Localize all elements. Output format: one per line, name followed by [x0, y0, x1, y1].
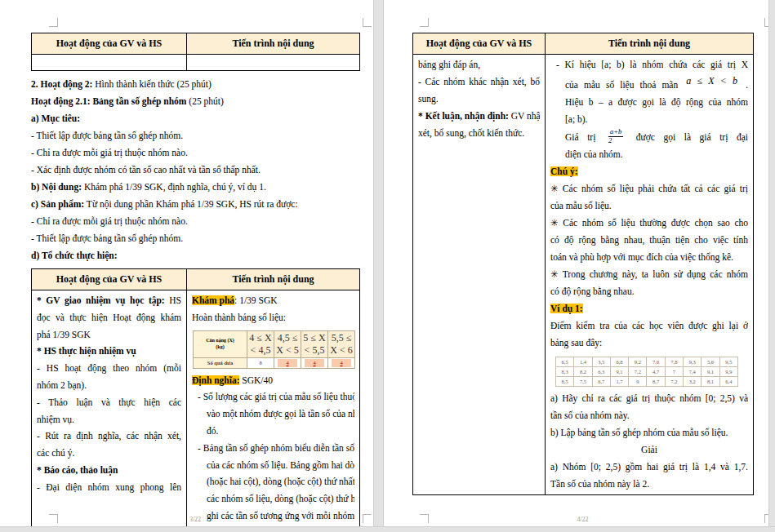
text-segment: - Số lượng các giá trị của mẫu số liệu t… [198, 392, 354, 401]
text-line: - Các nhóm khác nhận xét, bổ [418, 73, 540, 91]
text-segment: a) Nhóm [0; 2,5) gồm hai giá trị là 1,4 … [550, 462, 748, 472]
text-line: - Thiết lập được bảng tần số ghép nhóm. [31, 230, 359, 247]
text-segment: Hình thành kiến thức (25 phút) [92, 79, 212, 89]
score-cell: 7,6 [647, 357, 665, 366]
freq-header-line1: Cân nặng (X) [194, 338, 247, 344]
text-line: nhiệm vụ. [37, 411, 181, 428]
score-cell: 8,5 [556, 376, 574, 386]
score-cell: 7,2 [629, 366, 647, 376]
empty-cell [32, 55, 187, 71]
score-cell: 9,2 [629, 357, 647, 366]
answer-chip: 4 [305, 359, 324, 367]
freq-range-header: 5,5 ≤ X < 6 [328, 330, 355, 357]
text-line: - Chỉ ra được mỗi giá trị thuộc nhóm nào… [31, 144, 359, 162]
text-line: nhóm 2 bạn). [37, 377, 181, 394]
text-segment: vào một nhóm được gọi là tần số của nhóm [207, 409, 354, 419]
text-line: của mẫu số liệu thoả mãn a ≤ X < b . [550, 73, 748, 94]
score-cell: 8,3 [556, 366, 574, 376]
freq-value: 8 [247, 357, 274, 368]
score-cell: 1,7 [610, 376, 628, 386]
page-left[interactable]: Hoạt động của GV và HS Tiến trình nội du… [0, 0, 373, 526]
text-line: vào một nhóm được gọi là tần số của nhóm [192, 406, 354, 423]
text-segment: các nhóm số liệu, dòng (hoặc cột) thứ ha… [207, 494, 354, 503]
document-canvas: Hoạt động của GV và HS Tiến trình nội du… [0, 0, 775, 532]
text-segment: * Kết luận, nhận định: [418, 111, 509, 121]
score-cell: 7,8 [665, 357, 683, 366]
right-page-content: Hoạt động của GV và HS Tiến trình nội du… [412, 33, 753, 495]
score-cell: 9,1 [610, 366, 628, 376]
text-segment: - Rút ra định nghĩa, các nhận xét, [37, 431, 181, 441]
page-right[interactable]: Hoạt động của GV và HS Tiến trình nội du… [384, 0, 768, 526]
text-segment: đọc và thực hiện Hoạt động khám [37, 313, 181, 322]
text-segment: của các nhóm số liệu. Bảng gồm hai dòng [207, 460, 354, 470]
text-segment: * GV giao nhiệm vụ học tập: [37, 295, 165, 305]
freq-range-header: 5 ≤ X < 5,5 [301, 330, 328, 357]
text-segment: (hoặc hai cột), dòng (hoặc cột) thứ nhất… [207, 477, 354, 486]
text-segment: - Đại diện nhóm xung phong lên [37, 482, 181, 492]
score-cell: 6,8 [610, 357, 628, 366]
frequency-table: Cân nặng (X) (kg) 4 ≤ X < 4,5 4,5 ≤ X < … [193, 330, 355, 369]
text-segment: Hoạt động 2.1: Bảng tần số ghép nhóm [31, 96, 186, 106]
text-segment: b) Nội dung: [31, 182, 82, 192]
text-segment: ✳ Trong chương này, ta luôn sử dụng các … [550, 269, 748, 279]
text-segment: - Kí hiệu [a; b) là nhóm chứa các giá tr… [556, 60, 748, 69]
text-line: sung. [418, 91, 540, 108]
freq-header-weight: Cân nặng (X) (kg) [194, 330, 247, 357]
text-line: b) Lập bảng tần số ghép nhóm của mẫu số … [550, 424, 748, 441]
text-line: b) Nội dung: Khám phá 1/39 SGK, định ngh… [31, 179, 359, 196]
gv-hs-text: * GV giao nhiệm vụ học tập: HSđọc và thự… [37, 292, 181, 496]
text-segment: bảng sau đây: [550, 338, 602, 348]
score-cell: 6,3 [592, 366, 610, 376]
text-line: toán và phù hợp với mục đích của việc th… [550, 249, 748, 266]
text-segment: đó. [207, 426, 218, 436]
text-segment: - Thảo luận và thực hiện các [37, 397, 181, 407]
score-cell: 9,9 [719, 366, 737, 376]
text-segment: xét, bổ sung, chốt kiến thức. [418, 128, 524, 138]
text-line: d) Tổ chức thực hiện: [31, 247, 359, 264]
score-cell: 4,7 [647, 366, 665, 376]
freq-value-answer: 4 [328, 357, 355, 368]
text-line: [a; b). [550, 111, 748, 128]
text-segment: phá 1/39 SGK [37, 330, 91, 339]
text-segment: được gọi là giá trị đại [627, 132, 748, 142]
desk-edge [768, 0, 775, 532]
text-segment: b) Lập bảng tần số ghép nhóm của mẫu số … [550, 428, 728, 437]
text-line: ✳ Các nhóm số liệu thường được chọn sao … [550, 215, 748, 232]
score-cell: 3,5 [592, 357, 610, 366]
score-cell: 6,5 [556, 357, 574, 366]
text-segment: - Xác định được nhóm có tần số cao nhất … [31, 165, 261, 175]
text-line: * Kết luận, nhận định: GV nhận [418, 108, 540, 125]
text-segment: nhóm 2 bạn). [37, 380, 87, 390]
text-line: c) Sản phẩm: Từ nội dung phần Khám phá 1… [31, 196, 359, 213]
text-line: các chú ý. [37, 445, 181, 462]
score-cell: 8,1 [702, 376, 719, 386]
column-header-content: Tiến trình nội dung [187, 269, 360, 290]
text-line: * GV giao nhiệm vụ học tập: HS [37, 292, 181, 309]
text-line: các nhóm số liệu, dòng (hoặc cột) thứ ha… [192, 490, 354, 508]
page-number: 4/22 [412, 516, 753, 523]
text-line: - Số lượng các giá trị của mẫu số liệu t… [192, 388, 354, 406]
column-header-gv-hs: Hoạt động của GV và HS [413, 33, 546, 55]
text-line: Tần số của nhóm này là 2. [550, 476, 748, 493]
content-intro-text: Khám phá: 1/39 SGKHoàn thành bảng số liệ… [192, 292, 354, 326]
text-segment: c) Sản phẩm: [31, 199, 84, 209]
margin-crop-mark [363, 18, 372, 27]
score-cell: 1,4 [574, 357, 592, 366]
freq-row-label: Số quả dưa [194, 357, 247, 368]
text-segment: - Thiết lập được bảng tần số ghép nhóm. [31, 233, 183, 243]
scores-table: 6,51,43,56,89,27,67,89,35,69,58,38,26,39… [555, 357, 738, 387]
score-cell: 9,5 [719, 357, 737, 366]
fraction-formula: a+b2 [608, 128, 623, 145]
text-segment: của mẫu số liệu. [550, 201, 612, 211]
text-segment: (25 phút) [186, 96, 223, 106]
text-segment: Điểm kiểm tra của các học viên được ghi … [550, 321, 748, 330]
content-cell: Khám phá: 1/39 SGKHoàn thành bảng số liệ… [187, 290, 360, 527]
page-gutter [373, 0, 384, 532]
text-line: - Bảng tần số ghép nhóm biểu diễn tần số [192, 440, 354, 457]
section-intro-text: 2. Hoạt động 2: Hình thành kiến thức (25… [31, 76, 359, 264]
margin-crop-mark [363, 514, 372, 523]
math-formula: a ≤ X < b [684, 75, 740, 86]
text-segment: các chú ý. [37, 448, 74, 458]
text-segment: * Báo cáo, thảo luận [37, 465, 118, 475]
text-segment: tần số của nhóm này. [550, 410, 630, 420]
